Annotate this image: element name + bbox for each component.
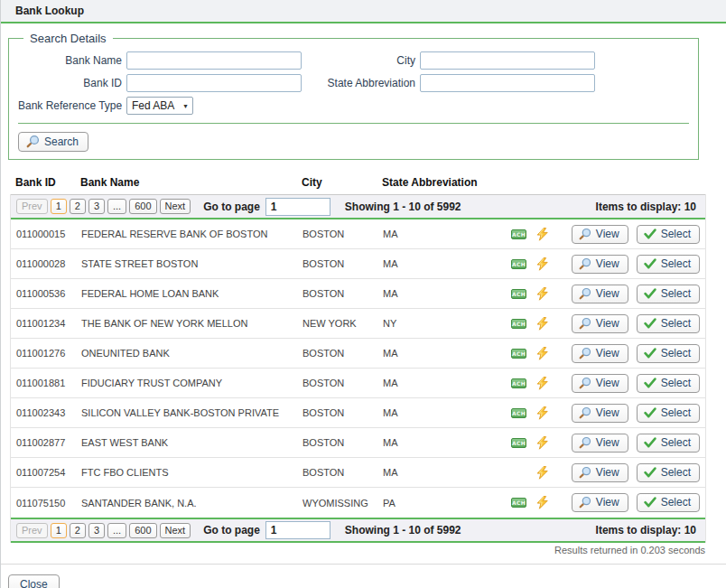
magnifier-icon <box>579 317 591 330</box>
page-button-2[interactable]: 2 <box>70 199 86 214</box>
page-button-...[interactable]: ... <box>107 199 126 214</box>
view-button[interactable]: View <box>572 225 628 244</box>
city-cell: BOSTON <box>302 437 383 448</box>
select-button-label: Select <box>661 317 691 330</box>
select-button[interactable]: Select <box>637 493 700 512</box>
bank-name-input[interactable] <box>126 51 302 70</box>
bank-id-cell: 011007254 <box>16 467 81 478</box>
pagination-top: Prev 123...600 Next Go to page Showing 1… <box>11 194 705 219</box>
city-cell: BOSTON <box>302 258 383 269</box>
select-button[interactable]: Select <box>637 225 700 244</box>
city-cell: WYOMISSING <box>302 498 383 509</box>
items-to-display: Items to display: 10 <box>596 524 700 537</box>
table-row: 011001881 FIDUCIARY TRUST COMPANY BOSTON… <box>11 369 705 398</box>
bank-reference-type-select[interactable]: Fed ABA ▼ <box>126 97 193 115</box>
next-page-button[interactable]: Next <box>160 523 191 538</box>
goto-page-label: Go to page <box>203 524 260 537</box>
view-button[interactable]: View <box>572 344 628 363</box>
results-time-text: Results returned in 0.203 seconds <box>10 545 706 555</box>
column-header-state-abbreviation: State Abbreviation <box>382 176 502 189</box>
view-button-label: View <box>596 347 619 359</box>
select-button-label: Select <box>661 257 691 270</box>
view-button-label: View <box>596 257 619 270</box>
page-button-3[interactable]: 3 <box>88 523 105 538</box>
bank-name-cell: FEDERAL RESERVE BANK OF BOSTON <box>81 229 302 239</box>
view-button-label: View <box>596 377 619 389</box>
state-cell: MA <box>383 378 503 388</box>
state-cell: MA <box>383 348 503 359</box>
page-button-3[interactable]: 3 <box>88 199 105 214</box>
bank-name-label: Bank Name <box>18 54 122 67</box>
ach-icon: ACH <box>511 438 526 448</box>
checkmark-icon <box>644 258 656 269</box>
magnifier-icon <box>26 135 40 148</box>
bank-id-cell: 011002877 <box>16 437 81 448</box>
pagination-bar: Prev 123...600 Next Go to page Showing 1… <box>11 518 705 543</box>
table-row: 011075150 SANTANDER BANK, N.A. WYOMISSIN… <box>11 488 705 518</box>
view-button[interactable]: View <box>572 493 628 512</box>
search-details-panel: Search Details Bank Name City Bank ID St… <box>8 32 699 160</box>
wire-transfer-icon <box>536 406 548 420</box>
view-button[interactable]: View <box>572 434 628 453</box>
bank-id-cell: 011000536 <box>16 288 81 299</box>
state-cell: MA <box>383 288 503 299</box>
city-cell: BOSTON <box>302 378 383 388</box>
page-title: Bank Lookup <box>15 5 84 17</box>
table-row: 011002343 SILICON VALLEY BANK-BOSTON PRI… <box>11 398 705 428</box>
select-button[interactable]: Select <box>637 434 700 453</box>
select-button[interactable]: Select <box>637 255 700 274</box>
state-cell: MA <box>383 407 503 418</box>
view-button[interactable]: View <box>572 404 628 423</box>
select-button-label: Select <box>661 347 691 359</box>
page-button-1[interactable]: 1 <box>51 523 67 538</box>
chevron-down-icon: ▼ <box>182 103 189 109</box>
goto-page-input[interactable] <box>265 198 330 216</box>
select-button[interactable]: Select <box>637 374 700 393</box>
state-abbreviation-input[interactable] <box>420 74 595 92</box>
view-button-label: View <box>596 436 619 449</box>
bank-name-cell: FIDUCIARY TRUST COMPANY <box>81 378 302 388</box>
view-button[interactable]: View <box>572 255 628 274</box>
state-abbreviation-label: State Abbreviation <box>302 77 415 89</box>
prev-page-button[interactable]: Prev <box>16 523 48 538</box>
ach-icon: ACH <box>511 498 526 508</box>
state-cell: MA <box>383 437 503 448</box>
ach-icon: ACH <box>511 349 526 359</box>
view-button-label: View <box>596 466 619 479</box>
view-button[interactable]: View <box>572 463 628 482</box>
select-button[interactable]: Select <box>637 314 700 333</box>
view-button-label: View <box>596 317 619 330</box>
wire-transfer-icon <box>536 377 548 390</box>
city-input[interactable] <box>420 51 595 70</box>
next-page-button[interactable]: Next <box>160 199 191 214</box>
select-button[interactable]: Select <box>637 344 700 363</box>
select-button[interactable]: Select <box>637 404 700 423</box>
search-button[interactable]: Search <box>18 132 88 152</box>
prev-page-button[interactable]: Prev <box>16 199 48 214</box>
page-button-600[interactable]: 600 <box>129 523 156 538</box>
table-row: 011000536 FEDERAL HOME LOAN BANK BOSTON … <box>11 279 705 309</box>
ach-icon: ACH <box>511 378 526 388</box>
page-button-600[interactable]: 600 <box>129 199 156 214</box>
select-button[interactable]: Select <box>637 285 700 303</box>
bank-name-cell: FTC FBO CLIENTS <box>81 467 302 478</box>
bank-id-input[interactable] <box>126 74 302 92</box>
page-button-...[interactable]: ... <box>107 523 126 538</box>
view-button[interactable]: View <box>572 285 628 303</box>
page-button-1[interactable]: 1 <box>51 199 67 214</box>
select-button[interactable]: Select <box>637 463 700 482</box>
bank-id-label: Bank ID <box>18 77 122 89</box>
goto-page-input[interactable] <box>265 521 330 539</box>
select-button-label: Select <box>661 496 691 509</box>
goto-page-label: Go to page <box>203 201 260 213</box>
close-button[interactable]: Close <box>8 574 60 588</box>
select-button-label: Select <box>661 406 691 419</box>
city-cell: NEW YORK <box>302 318 383 329</box>
view-button-label: View <box>596 228 619 240</box>
view-button[interactable]: View <box>572 314 628 333</box>
view-button[interactable]: View <box>572 374 628 393</box>
page-button-2[interactable]: 2 <box>70 523 86 538</box>
ach-icon: ACH <box>511 408 526 418</box>
magnifier-icon <box>579 496 591 509</box>
state-cell: NY <box>383 318 503 329</box>
